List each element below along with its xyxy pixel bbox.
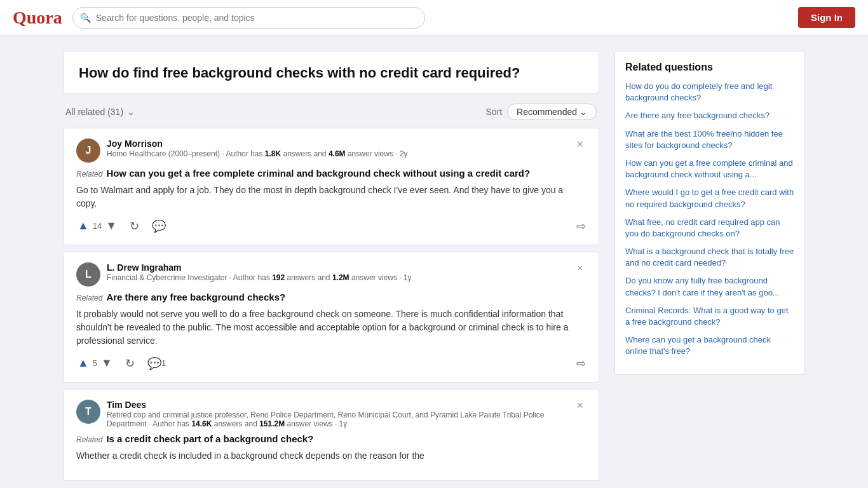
sidebar-related-question-link[interactable]: What is a background check that is total… <box>625 246 794 269</box>
sign-in-button[interactable]: Sign In <box>798 7 855 28</box>
answer-card: T Tim Dees Retired cop and criminal just… <box>63 389 599 481</box>
sort-area: Sort Recommended ⌄ <box>485 104 597 120</box>
search-icon: 🔍 <box>80 13 91 23</box>
author-name[interactable]: Tim Dees <box>107 400 574 410</box>
comment-button[interactable]: 💬 <box>151 218 167 234</box>
answer-header: L L. Drew Ingraham Financial & Cybercrim… <box>76 262 586 287</box>
upvote-count: 14 <box>93 221 102 231</box>
sidebar-related-question-link[interactable]: How do you do completely free and legit … <box>625 81 794 104</box>
sidebar-related-question-link[interactable]: What free, no credit card required app c… <box>625 217 794 240</box>
main-content: How do find free background checks with … <box>63 51 599 487</box>
related-question-line: RelatedIs a credit check part of a backg… <box>76 433 586 444</box>
close-button[interactable]: × <box>574 400 586 411</box>
question-card: How do find free background checks with … <box>63 51 599 93</box>
answer-card: J Joy Morrison Home Healthcare (2000–pre… <box>63 128 599 245</box>
author-name[interactable]: Joy Morrison <box>107 139 408 149</box>
author-details: Tim Dees Retired cop and criminal justic… <box>107 400 574 428</box>
answer-header: T Tim Dees Retired cop and criminal just… <box>76 400 586 428</box>
author-meta: Financial & Cybercrime Investigator · Au… <box>107 273 412 282</box>
sidebar-links: How do you do completely free and legit … <box>625 81 794 358</box>
related-questions-title: Related questions <box>625 62 794 73</box>
downvote-button[interactable]: ▼ <box>100 355 114 371</box>
recommended-label: Recommended <box>517 107 577 117</box>
related-tag: Related <box>76 435 102 444</box>
filter-bar: All related (31) ⌄ Sort Recommended ⌄ <box>63 104 599 120</box>
upvote-button[interactable]: ▲ <box>76 355 90 371</box>
all-related-dropdown[interactable]: All related (31) ⌄ <box>65 107 135 117</box>
question-title: How do find free background checks with … <box>79 64 583 83</box>
author-name[interactable]: L. Drew Ingraham <box>107 262 412 273</box>
header: Quora 🔍 Sign In <box>0 0 868 36</box>
close-button[interactable]: × <box>574 139 586 150</box>
related-questions-box: Related questions How do you do complete… <box>614 51 805 375</box>
sort-label: Sort <box>485 107 502 117</box>
author-info: J Joy Morrison Home Healthcare (2000–pre… <box>76 139 408 163</box>
upvote-button[interactable]: ▲ <box>76 218 90 234</box>
upvote-group: ▲ 5 ▼ <box>76 355 114 371</box>
avatar: T <box>76 400 100 424</box>
answer-body: Go to Walmart and apply for a job. They … <box>76 184 586 210</box>
author-info: T Tim Dees Retired cop and criminal just… <box>76 400 574 428</box>
action-bar: ▲ 5 ▼ ↻ 💬 1 ⇨ <box>76 355 586 372</box>
sidebar-related-question-link[interactable]: Where would I go to get a free credit ca… <box>625 187 794 210</box>
author-info: L L. Drew Ingraham Financial & Cybercrim… <box>76 262 412 287</box>
answer-body: It probably would not serve you well to … <box>76 308 586 348</box>
related-tag: Related <box>76 170 102 179</box>
related-tag: Related <box>76 294 102 302</box>
sidebar-related-question-link[interactable]: Criminal Records: What is a good way to … <box>625 305 794 328</box>
upvote-group: ▲ 14 ▼ <box>76 218 118 234</box>
quora-logo[interactable]: Quora <box>13 8 62 28</box>
close-button[interactable]: × <box>574 262 586 274</box>
answer-card: L L. Drew Ingraham Financial & Cybercrim… <box>63 252 599 383</box>
chevron-down-icon: ⌄ <box>127 107 135 117</box>
upvote-count: 5 <box>93 358 97 368</box>
related-question-text: Is a credit check part of a background c… <box>106 433 313 444</box>
comment-button[interactable]: 💬 1 <box>146 355 167 372</box>
author-meta: Retired cop and criminal justice profess… <box>107 410 574 428</box>
share-reshare-button[interactable]: ↻ <box>124 355 136 372</box>
action-bar: ▲ 14 ▼ ↻ 💬 ⇨ <box>76 218 586 234</box>
search-bar-container: 🔍 <box>72 7 425 29</box>
search-input[interactable] <box>72 7 425 29</box>
related-question-text: How can you get a free complete criminal… <box>106 168 530 179</box>
recommended-sort-button[interactable]: Recommended ⌄ <box>507 104 597 120</box>
sidebar-related-question-link[interactable]: Are there any free background checks? <box>625 110 794 121</box>
downvote-button[interactable]: ▼ <box>104 218 118 234</box>
author-details: L. Drew Ingraham Financial & Cybercrime … <box>107 262 412 282</box>
share-button[interactable]: ⇨ <box>576 219 586 233</box>
avatar: J <box>76 139 100 163</box>
sidebar-related-question-link[interactable]: What are the best 100% free/no hidden fe… <box>625 128 794 151</box>
share-button[interactable]: ⇨ <box>576 356 586 370</box>
answer-header: J Joy Morrison Home Healthcare (2000–pre… <box>76 139 586 163</box>
related-question-line: RelatedHow can you get a free complete c… <box>76 168 586 179</box>
author-meta: Home Healthcare (2000–present) · Author … <box>107 149 408 158</box>
page-layout: How do find free background checks with … <box>53 36 815 488</box>
sidebar-related-question-link[interactable]: How can you get a free complete criminal… <box>625 158 794 180</box>
answer-body: Whether a credit check is included in a … <box>76 449 586 463</box>
related-question-line: RelatedAre there any free background che… <box>76 292 586 302</box>
sidebar-related-question-link[interactable]: Do you know any fully free background ch… <box>625 275 794 298</box>
share-reshare-button[interactable]: ↻ <box>128 218 140 234</box>
avatar: L <box>76 262 100 287</box>
sidebar: Related questions How do you do complete… <box>614 51 805 487</box>
all-related-label: All related (31) <box>65 107 123 117</box>
related-question-text: Are there any free background checks? <box>106 292 285 302</box>
chevron-down-icon: ⌄ <box>580 107 587 117</box>
sidebar-related-question-link[interactable]: Where can you get a background check onl… <box>625 334 794 357</box>
author-details: Joy Morrison Home Healthcare (2000–prese… <box>107 139 408 158</box>
